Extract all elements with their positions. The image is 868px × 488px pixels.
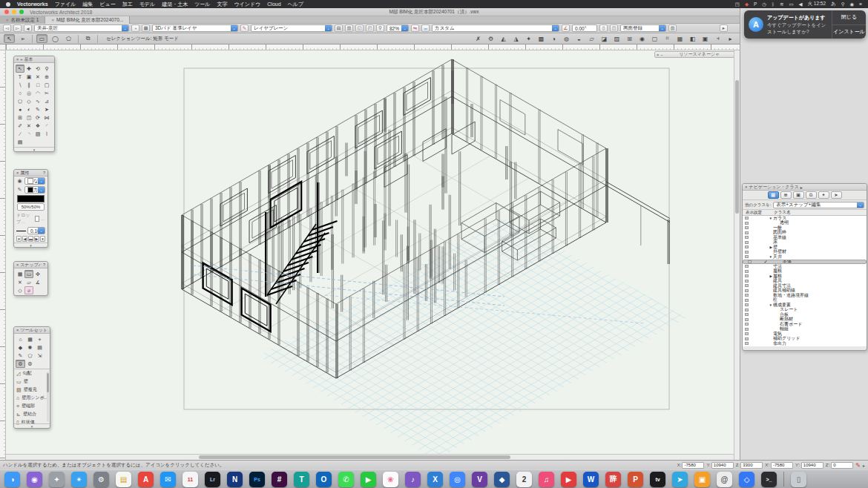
toolset-site[interactable]: ▦: [25, 335, 35, 343]
rounded-rect-tool[interactable]: ▢: [42, 81, 51, 89]
dock-bluebeam[interactable]: ◆: [494, 472, 510, 487]
history-forward-icon[interactable]: ▻: [13, 24, 22, 32]
render-settings-icon[interactable]: ⚙: [485, 34, 496, 43]
visibility-icon[interactable]: [745, 313, 749, 316]
connect-tool[interactable]: ⌇: [42, 130, 51, 138]
class-row-8[interactable]: ▼天井: [743, 254, 867, 260]
dock-icon2[interactable]: +: [20, 57, 22, 62]
toolset-config-a[interactable]: ⚙: [16, 360, 25, 368]
flip-icon[interactable]: ⇋: [411, 24, 419, 32]
rotate-tool[interactable]: ⟳: [33, 113, 42, 122]
marquee-rect-icon[interactable]: ▭: [36, 34, 47, 43]
toolset-move[interactable]: ⇲: [35, 352, 45, 360]
marquee-poly-icon[interactable]: ⬠: [63, 34, 74, 43]
layer-select[interactable]: 3Dパド 基準レイヤ⌄: [152, 24, 238, 32]
visibility-icon[interactable]: [745, 251, 749, 254]
arc-tool[interactable]: ◠: [33, 89, 42, 97]
visibility-icon[interactable]: [745, 280, 749, 283]
table-icon[interactable]: ▦: [674, 34, 685, 43]
toolset-furniture[interactable]: ▤: [35, 343, 45, 352]
view-pane-icon[interactable]: ▯: [599, 24, 608, 32]
input-source-icon[interactable]: あ: [831, 1, 836, 7]
dock-dropbox[interactable]: ◇: [739, 472, 754, 487]
expand-icon[interactable]: ▸: [800, 185, 803, 190]
visibility-icon[interactable]: [745, 222, 749, 225]
volume-icon[interactable]: ◀: [799, 1, 803, 7]
dock-pages[interactable]: 2: [516, 472, 532, 487]
close-icon[interactable]: ×: [16, 328, 19, 332]
disclosure-arrow[interactable]: ▶: [768, 245, 772, 249]
toolset-tool-1[interactable]: ▭壁: [14, 377, 50, 386]
notification-close-button[interactable]: 閉じる: [832, 10, 866, 25]
save-as-icon[interactable]: ▥: [345, 24, 353, 32]
disclosure-arrow[interactable]: ▶: [768, 274, 772, 278]
close-icon[interactable]: ×: [657, 53, 659, 57]
polygon-tool[interactable]: ⬠: [16, 97, 24, 105]
other-classes-select[interactable]: 表示+スナップ+編集⌄: [773, 202, 864, 208]
callout-tool[interactable]: ▣: [24, 73, 33, 81]
saved-view-select[interactable]: 天井-意匠⌄: [34, 24, 129, 32]
double-line-tool[interactable]: ∥: [24, 81, 33, 89]
hatch-tool[interactable]: ▨: [33, 130, 42, 138]
dock-photoshop[interactable]: Ps: [249, 472, 265, 487]
nav-tab-sheet-layers[interactable]: ▣: [793, 191, 804, 199]
snap-object[interactable]: ▭: [24, 270, 33, 278]
sheet-icon[interactable]: ▣: [700, 34, 711, 43]
hscroll-thumb[interactable]: [199, 455, 510, 459]
plane-select[interactable]: レイヤプレーン⌄: [251, 24, 332, 32]
dock-launchpad[interactable]: ✦: [49, 472, 65, 487]
dock-terminal[interactable]: >_: [761, 472, 777, 487]
shield-icon[interactable]: ◆: [745, 1, 749, 7]
visibility-icon[interactable]: [745, 328, 749, 331]
coord-value[interactable]: 0: [831, 462, 853, 469]
oval-tool[interactable]: ○: [16, 89, 24, 97]
snap-distance[interactable]: ⌀: [24, 286, 33, 294]
layer-visibility-icon[interactable]: ◔: [131, 24, 139, 32]
cursor-mode-icon[interactable]: ↖: [4, 34, 15, 43]
dock-notes[interactable]: ▤: [116, 472, 131, 487]
visibility-icon[interactable]: [745, 255, 749, 258]
dock-powerpoint[interactable]: P: [628, 472, 643, 487]
menu-8[interactable]: 文字: [217, 1, 227, 8]
zoom-select[interactable]: 82%⌄: [387, 24, 409, 32]
opacity-button[interactable]: 50%/50%: [17, 203, 45, 211]
toolset-dims[interactable]: ⬠: [25, 352, 35, 360]
marker-start-dropdown[interactable]: ▾: [16, 236, 22, 242]
net-select-icon[interactable]: ⧉: [82, 34, 93, 43]
offset-tool[interactable]: ⊿: [42, 97, 51, 105]
dock-messages[interactable]: ✆: [338, 472, 354, 487]
align-tool[interactable]: ⋈: [42, 113, 51, 122]
vscroll-thumb[interactable]: [735, 80, 739, 214]
crop-icon[interactable]: ⌗: [662, 34, 673, 43]
render-glasses-icon[interactable]: ∞: [421, 24, 430, 32]
snap-angle[interactable]: ∡: [33, 278, 42, 286]
dock-outlook[interactable]: O: [316, 472, 332, 487]
fill-style-select[interactable]: なし⌄: [24, 177, 45, 185]
snap-tangent[interactable]: ◇: [16, 286, 24, 294]
bar-expand-icon[interactable]: ▸: [720, 24, 728, 32]
chamfer-tool[interactable]: ◝: [24, 130, 33, 138]
drop-shadow-more[interactable]: …: [41, 217, 45, 221]
drawing-canvas[interactable]: × − リソースマネージャ ?: [6, 50, 734, 454]
hatch-view-icon[interactable]: ▩: [536, 34, 547, 43]
toolset-building[interactable]: ⌂: [16, 335, 25, 343]
walkthrough-icon[interactable]: ◉: [637, 34, 648, 43]
display-icon[interactable]: ▭: [789, 1, 793, 7]
dock-music[interactable]: ♫: [539, 472, 554, 487]
toolset-visualization[interactable]: ✺: [25, 343, 35, 352]
page-view-icon[interactable]: ▢: [649, 34, 660, 43]
contrast-icon[interactable]: ◑: [548, 34, 559, 43]
mirror-tool[interactable]: ◫: [24, 113, 33, 122]
snap-grid[interactable]: ▦: [16, 270, 24, 278]
shade-b-icon[interactable]: ◮: [510, 34, 522, 43]
visibility-icon[interactable]: [748, 260, 752, 263]
dock-telegram[interactable]: ➤: [672, 472, 688, 487]
dock-calendar[interactable]: 11: [183, 472, 198, 487]
document-tab-0[interactable]: ×名称未設定 1: [0, 16, 45, 24]
vertical-scrollbar[interactable]: [734, 50, 740, 460]
marquee-lasso-icon[interactable]: ◯: [50, 34, 61, 43]
fly-over-icon[interactable]: ✗: [473, 34, 484, 43]
pen-style-select[interactable]: カラー⌄: [24, 186, 45, 194]
eyedropper-tool[interactable]: ✎: [33, 105, 42, 113]
visibility-icon[interactable]: [745, 241, 749, 244]
